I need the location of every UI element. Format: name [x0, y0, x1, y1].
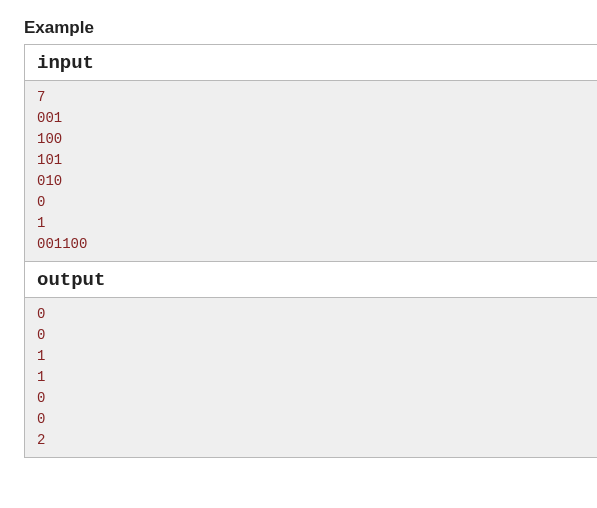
- input-block: input 7 001 100 101 010 0 1 001100: [24, 44, 597, 262]
- output-header: output: [25, 262, 597, 298]
- example-container: input 7 001 100 101 010 0 1 001100 outpu…: [24, 44, 597, 458]
- output-block: output 0 0 1 1 0 0 2: [24, 262, 597, 458]
- output-content: 0 0 1 1 0 0 2: [25, 298, 597, 457]
- input-header: input: [25, 45, 597, 81]
- example-heading: Example: [24, 18, 597, 38]
- input-content: 7 001 100 101 010 0 1 001100: [25, 81, 597, 261]
